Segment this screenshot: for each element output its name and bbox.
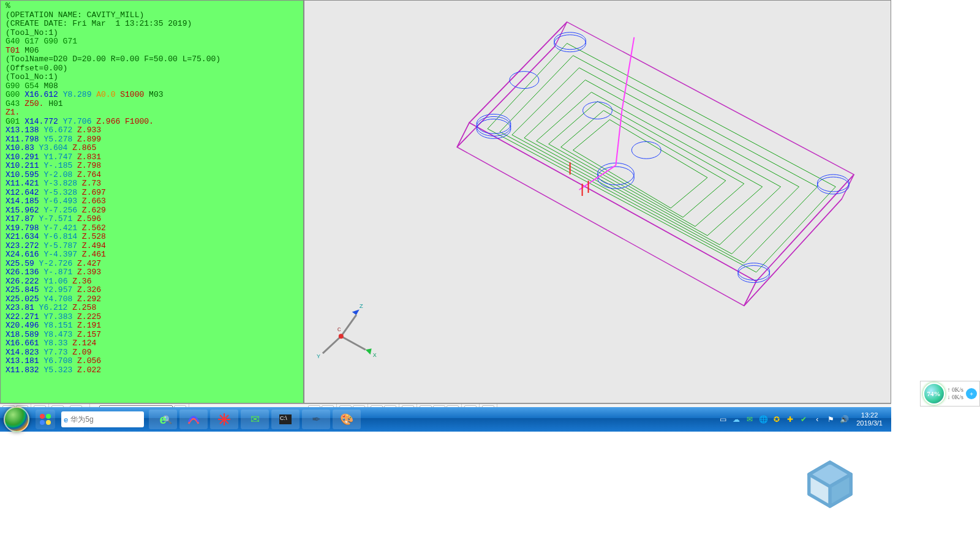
tray-icon-cloud[interactable]: ☁ [731, 414, 741, 424]
gcode-token: (CREATE DATE: Fri Mar 1 13:21:35 2019) [6, 19, 192, 28]
start-button[interactable] [4, 407, 29, 432]
gcode-token: Y6.212 [39, 303, 73, 312]
gcode-token: X22.271 [6, 312, 43, 321]
ie-icon: e [64, 415, 68, 424]
gcode-token: Y5.323 [43, 365, 77, 375]
svg-marker-6 [488, 43, 835, 272]
taskbar-search[interactable]: e 🔍 [61, 411, 144, 427]
tray-icon-wechat[interactable]: ✉ [745, 414, 755, 424]
svg-point-16 [477, 114, 511, 133]
gcode-line: G90 G54 M08 [6, 82, 298, 91]
gcode-token: Z50. [24, 99, 48, 108]
gcode-token: Z1. [6, 108, 20, 117]
gcode-token: X17.87 [6, 214, 39, 223]
tray-icon-check[interactable]: ✔ [799, 414, 809, 424]
taskbar-clock[interactable]: 13:22 2019/3/1 [853, 411, 886, 427]
gcode-token: X14.185 [6, 197, 43, 206]
gcode-token: Z.831 [77, 152, 101, 162]
gcode-token: G01 [6, 117, 24, 126]
gcode-token: M08 [43, 81, 58, 91]
svg-point-40 [40, 414, 45, 419]
gcode-token: Z.157 [77, 330, 101, 339]
gcode-token: Y-4.397 [43, 250, 81, 259]
task-paint[interactable]: 🎨 [333, 410, 361, 429]
task-wechat[interactable]: ✉ [241, 410, 269, 429]
gcode-line: (ToolName=D20 D=20.00 R=0.00 F=50.00 L=7… [6, 55, 298, 64]
quick-launch-1[interactable] [36, 410, 55, 429]
tray-icon-chevron[interactable]: ‹ [812, 414, 822, 424]
gcode-token: Y7.73 [43, 348, 72, 357]
gcode-token: Y-2.726 [39, 259, 77, 268]
gcode-token: X23.81 [6, 303, 39, 312]
gcode-line: X15.962 Y-7.256 Z.629 [6, 206, 298, 216]
gcode-token: Z.09 [72, 348, 91, 357]
gcode-token: Y1.06 [43, 277, 72, 286]
gcode-token: Y-6.814 [43, 232, 81, 241]
task-app-2[interactable] [210, 410, 238, 429]
snowflake-icon [218, 413, 230, 425]
tray-icon-flag[interactable]: ⚑ [826, 414, 835, 424]
gcode-line: X22.271 Y7.383 Z.225 [6, 313, 298, 322]
svg-line-35 [323, 336, 341, 353]
gcode-token: Z.933 [77, 126, 101, 135]
gcode-token: Y3.604 [39, 143, 73, 152]
gcode-token: X13.181 [6, 356, 43, 365]
gcode-line: (Offset=0.00) [6, 64, 298, 73]
axis-x-label: X [373, 352, 377, 359]
gcode-token: Y-.871 [43, 268, 77, 277]
gcode-token: X23.272 [6, 241, 43, 250]
gcode-token: Z.966 [96, 117, 125, 126]
gcode-line: X25.59 Y-2.726 Z.427 [6, 260, 298, 269]
gcode-token: H01 [48, 99, 62, 108]
gcode-token: F1000. [125, 117, 154, 126]
gcode-token: X19.798 [6, 223, 43, 233]
task-app-1[interactable] [179, 410, 208, 429]
svg-marker-7 [500, 56, 817, 263]
svg-point-25 [631, 141, 661, 159]
gcode-line: X10.595 Y-2.08 Z.764 [6, 171, 298, 180]
network-monitor-badge[interactable]: 74% ↑ 0K/s ↓ 0K/s + [920, 381, 980, 407]
gcode-token: X15.962 [6, 206, 43, 215]
tray-icon-shield[interactable]: ✪ [772, 414, 782, 424]
gcode-token: Y1.747 [43, 152, 77, 162]
gcode-line: (Tool_No:1) [6, 29, 298, 38]
gcode-panel[interactable]: %(OPETATION NAME: CAVITY_MILL)(CREATE DA… [1, 1, 303, 403]
gcode-line: X13.138 Y6.672 Z.933 [6, 126, 298, 135]
gcode-token: Y5.278 [43, 135, 77, 144]
gcode-token: Z.562 [82, 223, 106, 233]
gcode-token: X18.589 [6, 330, 43, 339]
gcode-line: X23.272 Y-5.787 Z.494 [6, 242, 298, 251]
task-feather[interactable]: ✒ [302, 410, 330, 429]
gcode-line: G00 X16.612 Y8.289 A0.0 S1000 M03 [6, 91, 298, 100]
tray-icon-volume[interactable]: 🔊 [839, 414, 849, 424]
task-ie[interactable]: e [149, 410, 177, 429]
gcode-token: Z.596 [77, 214, 101, 223]
gcode-token: Y7.383 [43, 312, 77, 321]
gcode-token: Y8.151 [43, 321, 77, 330]
swoosh-icon [187, 413, 200, 426]
tray-icon-globe[interactable]: 🌐 [758, 414, 768, 424]
gcode-token: (Tool_No:1) [6, 72, 58, 81]
gcode-line: T01 M06 [6, 47, 298, 56]
3d-view-svg: X Y Z C [304, 1, 891, 376]
svg-line-5 [744, 199, 842, 305]
gcode-token: G43 [6, 99, 24, 108]
gcode-line: X25.025 Y4.708 Z.292 [6, 295, 298, 304]
gcode-token: X13.138 [6, 126, 43, 135]
gcode-token: Z.36 [72, 277, 91, 286]
gcode-line: X12.642 Y-5.328 Z.697 [6, 189, 298, 198]
gcode-token: G40 G17 G90 G71 [6, 37, 77, 46]
tray-icon-plus[interactable]: ✚ [785, 414, 795, 424]
tray-icon-1[interactable]: ▭ [718, 414, 728, 424]
gcode-token: Y-7.421 [43, 223, 81, 233]
gcode-line: % [6, 2, 298, 11]
3d-view-panel[interactable]: X Y Z C [303, 1, 891, 403]
plus-icon[interactable]: + [966, 388, 977, 399]
gcode-line: X10.211 Y-.185 Z.798 [6, 162, 298, 171]
palette-icon: 🎨 [340, 413, 353, 426]
svg-point-39 [339, 334, 344, 339]
gcode-token: T01 [6, 46, 24, 55]
gcode-token: Y-3.828 [43, 179, 81, 188]
terminal-icon: C:\ [279, 414, 292, 424]
task-cmd[interactable]: C:\ [271, 410, 300, 429]
